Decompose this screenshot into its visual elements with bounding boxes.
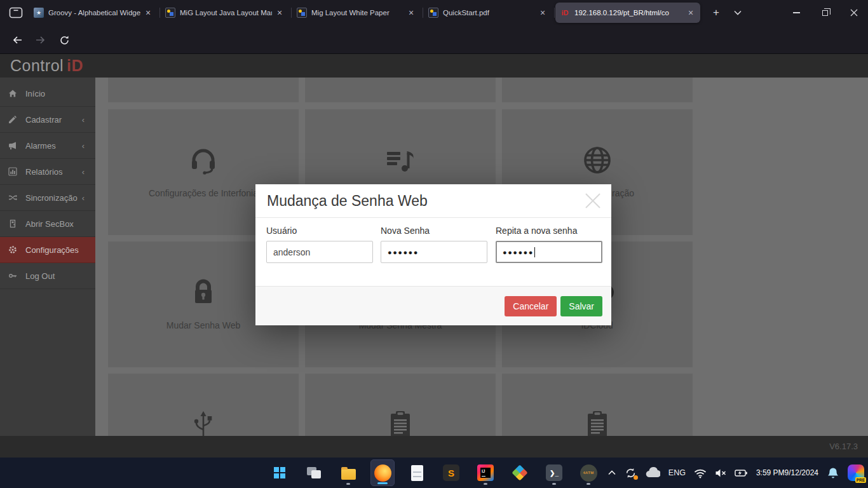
clock-date[interactable]: 3:59 PM9/12/2024 bbox=[756, 468, 818, 478]
app-footer: V6.17.3 bbox=[0, 436, 868, 458]
forward-arrow-icon bbox=[35, 35, 46, 45]
start-button[interactable] bbox=[268, 459, 292, 486]
modal-header: Mudança de Senha Web bbox=[255, 184, 611, 218]
sublime-text-icon: S bbox=[443, 464, 459, 481]
tile-clipboard-b[interactable] bbox=[502, 374, 693, 436]
list-tabs-button[interactable] bbox=[729, 4, 747, 22]
clock-time: 3:59 PM bbox=[756, 468, 785, 478]
restore-icon bbox=[822, 10, 828, 16]
onedrive-cloud-icon[interactable] bbox=[645, 467, 660, 478]
chevron-collapsed-icon: ‹ bbox=[82, 115, 85, 125]
music-playlist-icon bbox=[385, 145, 416, 175]
megaphone-icon bbox=[8, 141, 21, 150]
firefox-button[interactable] bbox=[370, 459, 395, 486]
sync-icon[interactable] bbox=[625, 467, 637, 479]
tab-close-icon[interactable]: × bbox=[143, 8, 153, 18]
windows-taskbar: S IJ ❯_ 4ATM ENG 3:59 PM9/12/2024 PRE bbox=[0, 458, 868, 488]
cancel-button[interactable]: Cancelar bbox=[505, 296, 557, 316]
terminal-icon: ❯_ bbox=[546, 464, 562, 481]
4atm-button[interactable]: 4ATM bbox=[576, 459, 600, 486]
tile-clipboard-a[interactable] bbox=[305, 374, 496, 436]
language-indicator[interactable]: ENG bbox=[668, 468, 686, 477]
hidden-icons-chevron[interactable] bbox=[607, 470, 616, 476]
globe-icon bbox=[582, 145, 613, 175]
tile-partial[interactable] bbox=[305, 78, 496, 102]
sidebar-item-alarmes[interactable]: Alarmes ‹ bbox=[0, 133, 95, 159]
sidebar-item-configuracoes[interactable]: Configurações bbox=[0, 237, 95, 263]
tab-quickstart-pdf[interactable]: QuickStart.pdf × bbox=[424, 3, 552, 22]
reload-icon bbox=[59, 35, 70, 46]
file-explorer-button[interactable] bbox=[336, 459, 360, 486]
tab-miglayout-java[interactable]: MiG Layout Java Layout Mana × bbox=[161, 3, 289, 22]
restore-button[interactable] bbox=[811, 0, 839, 25]
notepad-button[interactable] bbox=[405, 459, 429, 486]
tab-title: Mig Layout White Paper bbox=[311, 9, 403, 17]
tab-controlid-active[interactable]: iD 192.168.0.129/pt_BR/html/co × bbox=[555, 3, 700, 23]
minimize-icon bbox=[793, 12, 800, 13]
browser-tabbar: ★ Groovy - Alphabetical Widget × MiG Lay… bbox=[0, 0, 868, 25]
tile-partial[interactable] bbox=[502, 78, 693, 102]
chevron-collapsed-icon: ‹ bbox=[82, 167, 85, 177]
intellij-idea-button[interactable]: IJ bbox=[473, 459, 498, 486]
terminal-button[interactable]: ❯_ bbox=[542, 459, 566, 486]
running-indicator bbox=[587, 483, 590, 485]
app-header: ControliD bbox=[0, 54, 868, 78]
usuario-input[interactable]: anderson bbox=[266, 241, 373, 263]
4atm-icon: 4ATM bbox=[580, 464, 597, 482]
gear-icon bbox=[8, 245, 21, 254]
diamond-app-icon bbox=[512, 464, 527, 480]
reload-button[interactable] bbox=[55, 30, 74, 50]
usb-icon bbox=[188, 409, 219, 436]
sidebar-label: Abrir SecBox bbox=[25, 219, 74, 229]
running-indicator bbox=[346, 483, 350, 485]
tab-title: Groovy - Alphabetical Widget bbox=[48, 9, 140, 17]
task-view-button[interactable] bbox=[302, 459, 326, 486]
tile-usb[interactable] bbox=[108, 374, 299, 436]
firefox-view-button[interactable] bbox=[8, 4, 24, 21]
new-tab-button[interactable]: + bbox=[707, 4, 725, 22]
chevron-collapsed-icon: ‹ bbox=[82, 141, 85, 151]
miglayout-favicon bbox=[428, 8, 438, 18]
tile-partial[interactable] bbox=[108, 78, 299, 102]
close-icon bbox=[850, 9, 858, 17]
groovy-favicon: ★ bbox=[34, 8, 44, 18]
notification-bell-icon[interactable] bbox=[827, 467, 839, 479]
chevron-down-icon bbox=[734, 10, 742, 15]
sublime-text-button[interactable]: S bbox=[439, 459, 463, 486]
tab-close-icon[interactable]: × bbox=[406, 8, 416, 18]
tab-mig-whitepaper[interactable]: Mig Layout White Paper × bbox=[292, 3, 421, 22]
modal-body: Usuário anderson Nova Senha ●●●●●● Repit… bbox=[255, 218, 611, 285]
chart-icon bbox=[8, 167, 21, 176]
save-button[interactable]: Salvar bbox=[560, 296, 602, 316]
nova-senha-input[interactable]: ●●●●●● bbox=[381, 241, 487, 263]
tab-groovy[interactable]: ★ Groovy - Alphabetical Widget × bbox=[29, 3, 158, 22]
tab-close-icon[interactable]: × bbox=[686, 8, 696, 18]
forward-button[interactable] bbox=[31, 30, 50, 50]
clipboard-icon bbox=[385, 409, 416, 436]
close-window-button[interactable] bbox=[839, 0, 868, 25]
sidebar-label: Configurações bbox=[25, 245, 79, 255]
diff-tool-button[interactable] bbox=[508, 459, 532, 486]
taskbar-center: S IJ ❯_ 4ATM bbox=[268, 458, 600, 488]
back-button[interactable] bbox=[8, 30, 27, 50]
repita-senha-input[interactable]: ●●●●●● bbox=[496, 241, 602, 263]
sidebar-item-cadastrar[interactable]: Cadastrar ‹ bbox=[0, 107, 95, 133]
sidebar-item-abrir-secbox[interactable]: Abrir SecBox bbox=[0, 211, 95, 237]
tab-title: MiG Layout Java Layout Mana bbox=[180, 9, 272, 17]
wifi-icon[interactable] bbox=[694, 467, 707, 478]
minimize-button[interactable] bbox=[782, 0, 811, 25]
copilot-icon[interactable]: PRE bbox=[848, 464, 864, 481]
version-label: V6.17.3 bbox=[829, 436, 858, 458]
tile-label-partial: ração bbox=[612, 188, 634, 198]
sidebar-item-logout[interactable]: Log Out bbox=[0, 263, 95, 289]
tab-close-icon[interactable]: × bbox=[538, 8, 548, 18]
document-icon bbox=[411, 465, 423, 481]
clock-date-text: 9/12/2024 bbox=[785, 468, 818, 478]
battery-charging-icon[interactable] bbox=[735, 467, 748, 479]
sidebar-item-sincronizacao[interactable]: Sincronização ‹ bbox=[0, 185, 95, 211]
volume-muted-icon[interactable] bbox=[715, 468, 726, 478]
sidebar-item-inicio[interactable]: Início bbox=[0, 81, 95, 107]
modal-close-button[interactable] bbox=[583, 191, 602, 210]
sidebar-item-relatorios[interactable]: Relatórios ‹ bbox=[0, 159, 95, 185]
tab-close-icon[interactable]: × bbox=[275, 8, 285, 18]
